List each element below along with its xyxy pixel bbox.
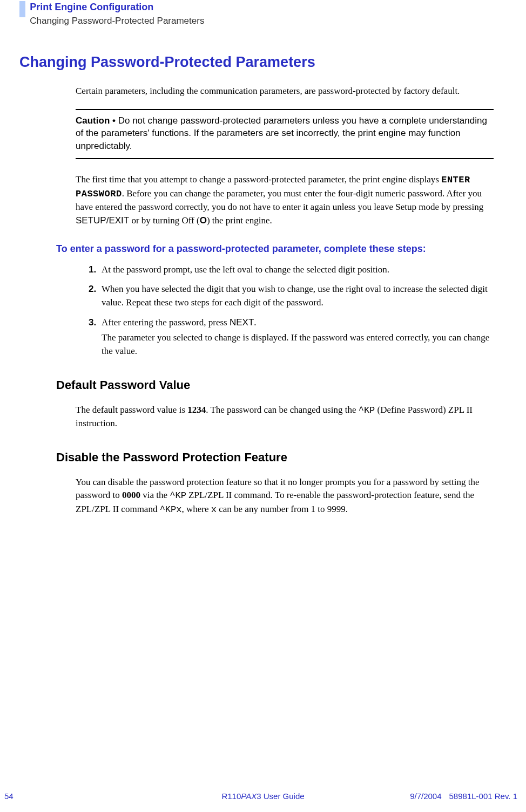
text: can be any number from 1 to 9999. — [217, 504, 348, 514]
step-text: After entering the password, press NEXT. — [102, 317, 257, 327]
text: ) the print engine. — [207, 215, 272, 226]
default-password-heading: Default Password Value — [56, 377, 494, 394]
text: . The password can be changed using the — [206, 405, 358, 415]
password-explain-paragraph: The first time that you attempt to chang… — [76, 173, 494, 228]
step-number: 1. — [89, 263, 96, 277]
page-footer: 54 R110PAX3 User Guide 9/7/200458981L-00… — [0, 790, 526, 802]
step-number: 3. — [89, 316, 96, 330]
section-crumb: Changing Password-Protected Parameters — [30, 15, 204, 28]
disable-password-heading: Disable the Password Protection Feature — [56, 449, 494, 466]
step-text: When you have selected the digit that yo… — [102, 284, 488, 308]
steps-list: 1. At the password prompt, use the left … — [89, 263, 494, 358]
next-button-label: NEXT — [230, 317, 254, 327]
text: via the — [140, 490, 170, 500]
text: The default password value is — [76, 405, 187, 415]
off-symbol: O — [200, 215, 207, 226]
list-item: 3. After entering the password, press NE… — [89, 316, 494, 358]
list-item: 2. When you have selected the digit that… — [89, 283, 494, 309]
text: 3 User Guide — [257, 791, 304, 801]
list-item: 1. At the password prompt, use the left … — [89, 263, 494, 277]
default-password-value: 1234 — [187, 405, 206, 415]
caution-box: Caution • Do not change password-protect… — [76, 109, 494, 159]
disable-password-paragraph: You can disable the password protection … — [76, 476, 494, 517]
text: , where — [181, 504, 211, 514]
text: The first time that you attempt to chang… — [76, 174, 441, 185]
zpl-command: ^KPx — [160, 504, 182, 515]
text: or by turning Off ( — [129, 215, 199, 226]
disable-password-value: 0000 — [122, 490, 140, 500]
text: R110 — [221, 791, 241, 801]
step-text: At the password prompt, use the left ova… — [102, 264, 389, 275]
text: PAX — [241, 791, 257, 801]
setup-exit-button-label: SETUP/EXIT — [76, 215, 129, 226]
footer-date: 9/7/2004 — [410, 791, 441, 801]
intro-paragraph: Certain parameters, including the commun… — [76, 85, 494, 98]
text: . Before you can change the parameter, y… — [76, 188, 483, 213]
page-title: Changing Password-Protected Parameters — [19, 52, 494, 73]
step-number: 2. — [89, 283, 96, 296]
zpl-command: ^KP — [359, 405, 375, 415]
guide-title: R110PAX3 User Guide — [221, 790, 304, 802]
zpl-variable: x — [211, 504, 217, 515]
step-result: The parameter you selected to change is … — [102, 331, 494, 358]
footer-revision: 58981L-001 Rev. 1 — [449, 791, 517, 801]
header-tab-icon — [19, 1, 25, 17]
chapter-title: Print Engine Configuration — [30, 0, 204, 14]
page-number: 54 — [4, 790, 14, 802]
zpl-command: ^KP — [170, 490, 186, 501]
caution-label: Caution • — [76, 115, 118, 126]
text: . — [254, 317, 256, 327]
steps-heading: To enter a password for a password-prote… — [56, 242, 494, 255]
running-header: Print Engine Configuration Changing Pass… — [0, 0, 526, 28]
default-password-paragraph: The default password value is 1234. The … — [76, 404, 494, 431]
caution-text: Do not change password-protected paramet… — [76, 115, 487, 152]
text: After entering the password, press — [102, 317, 230, 327]
